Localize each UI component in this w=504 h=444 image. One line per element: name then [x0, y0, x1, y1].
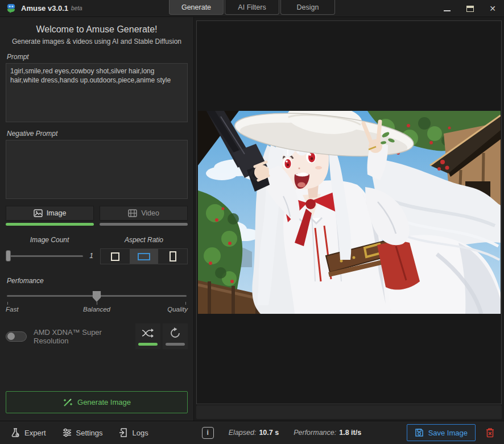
prompt-label: Prompt [7, 53, 188, 61]
tab-design[interactable]: Design [280, 0, 335, 15]
viewer-canvas [196, 20, 502, 404]
negative-prompt-input[interactable] [6, 140, 188, 199]
image-mode-button[interactable]: Image [6, 206, 94, 221]
settings-sliders-icon [62, 428, 72, 438]
delete-image-button[interactable] [480, 424, 499, 441]
elapsed-value: 10.7 s [259, 429, 279, 437]
image-count-label: Image Count [6, 236, 93, 244]
image-count-thumb[interactable] [6, 250, 11, 262]
shuffle-seed-button[interactable] [135, 323, 160, 349]
panel-spacer [6, 349, 188, 391]
image-count-track[interactable] [6, 255, 83, 257]
performance-metric: Performance: 1.8 it/s [294, 429, 361, 437]
mode-switcher: Image Video [6, 206, 188, 226]
performance-thumb[interactable] [93, 291, 101, 302]
logs-button[interactable]: Logs [119, 428, 148, 438]
image-icon [34, 209, 43, 217]
image-mode-label: Image [47, 209, 67, 217]
tick-fast [7, 302, 8, 305]
video-mode-button[interactable]: Video [100, 206, 188, 221]
elapsed-metric: Elapsed: 10.7 s [229, 429, 279, 437]
window-controls: ✕ [436, 0, 504, 17]
generated-image[interactable] [198, 111, 501, 314]
viewer-bottom-strip [196, 405, 502, 419]
tab-generate[interactable]: Generate [169, 0, 224, 15]
main-tabs: Generate AI Filters Design [168, 0, 336, 15]
welcome-subtitle: Generate images & videos using AI and St… [6, 38, 188, 45]
count-aspect-row: Image Count 1 Aspect Ratio [6, 236, 188, 264]
tick-label-balanced: Balanced [83, 306, 110, 313]
shuffle-active-bar [138, 343, 158, 346]
logs-label: Logs [133, 429, 148, 437]
save-image-button[interactable]: Save Image [407, 424, 476, 441]
maximize-button[interactable] [458, 0, 481, 17]
toggle-knob [7, 333, 15, 340]
aspect-ratio-group: Aspect Ratio [100, 236, 188, 264]
trash-delete-icon [485, 427, 495, 438]
save-icon [415, 428, 424, 437]
amuse-logo-icon [6, 3, 16, 14]
prompt-input[interactable]: 1girl,smile,red eyes,cowboy shot,silver … [6, 63, 188, 122]
welcome-block: Welcome to Amuse Generate! Generate imag… [6, 24, 188, 45]
welcome-title: Welcome to Amuse Generate! [6, 24, 188, 35]
magic-wand-icon [63, 397, 73, 408]
elapsed-label: Elapsed: [229, 429, 257, 437]
reuse-inactive-bar [166, 343, 185, 346]
super-resolution-label: AMD XDNA™ Super Resolution [34, 328, 135, 345]
app-title: Amuse v3.0.1 [21, 4, 68, 13]
close-icon: ✕ [489, 4, 496, 13]
aspect-portrait-button[interactable] [158, 249, 187, 264]
statusbar: Expert Settings Logs i Elapsed: 10.7 s P… [0, 421, 504, 444]
aspect-square-icon [111, 252, 119, 261]
settings-label: Settings [76, 429, 103, 437]
aspect-square-button[interactable] [101, 249, 130, 264]
image-count-slider[interactable]: 1 [6, 252, 93, 260]
close-button[interactable]: ✕ [481, 0, 504, 17]
video-mode-inactive-bar [100, 223, 188, 226]
image-count-value: 1 [88, 252, 93, 260]
generate-panel: Welcome to Amuse Generate! Generate imag… [0, 17, 194, 421]
app-badge: beta [71, 5, 82, 11]
generate-image-button[interactable]: Generate Image [6, 391, 188, 413]
logs-document-icon [119, 428, 129, 438]
image-count-group: Image Count 1 [6, 236, 93, 264]
aspect-landscape-icon [138, 253, 150, 260]
performance-label: Perfomance [7, 277, 188, 285]
aspect-landscape-button[interactable] [130, 249, 159, 264]
image-mode-active-bar [6, 223, 94, 226]
main-area: Welcome to Amuse Generate! Generate imag… [0, 17, 504, 421]
video-icon [128, 209, 137, 217]
generate-image-label: Generate Image [77, 398, 131, 406]
shuffle-icon [141, 327, 155, 339]
maximize-icon [466, 6, 474, 12]
minimize-icon [444, 10, 451, 11]
seed-buttons [135, 323, 188, 349]
tick-balanced [97, 302, 97, 305]
save-image-label: Save Image [428, 429, 468, 437]
negative-prompt-label: Negative Prompt [7, 130, 188, 138]
titlebar: Amuse v3.0.1 beta Generate AI Filters De… [0, 0, 504, 17]
aspect-ratio-buttons [100, 248, 188, 264]
tick-label-fast: Fast [6, 306, 18, 313]
tick-label-quality: Quality [167, 306, 188, 313]
performance-slider[interactable] [6, 291, 188, 302]
info-icon: i [207, 429, 209, 437]
minimize-button[interactable] [436, 0, 458, 17]
expert-flask-icon [10, 428, 20, 438]
super-resolution-toggle[interactable] [6, 331, 27, 342]
expert-button[interactable]: Expert [10, 428, 46, 438]
info-button[interactable]: i [202, 427, 214, 439]
video-mode-label: Video [141, 209, 159, 217]
tab-ai-filters[interactable]: AI Filters [225, 0, 279, 15]
aspect-portrait-icon [170, 251, 176, 262]
refresh-icon [168, 327, 182, 339]
super-resolution-row: AMD XDNA™ Super Resolution [6, 323, 188, 349]
settings-button[interactable]: Settings [62, 428, 103, 438]
image-viewer [194, 17, 504, 421]
performance-metric-value: 1.8 it/s [339, 429, 361, 437]
performance-ticks: Fast Balanced Quality [6, 302, 188, 316]
aspect-ratio-label: Aspect Ratio [100, 236, 188, 244]
reuse-seed-button[interactable] [163, 323, 188, 349]
tick-quality [185, 302, 186, 305]
expert-label: Expert [24, 429, 46, 437]
